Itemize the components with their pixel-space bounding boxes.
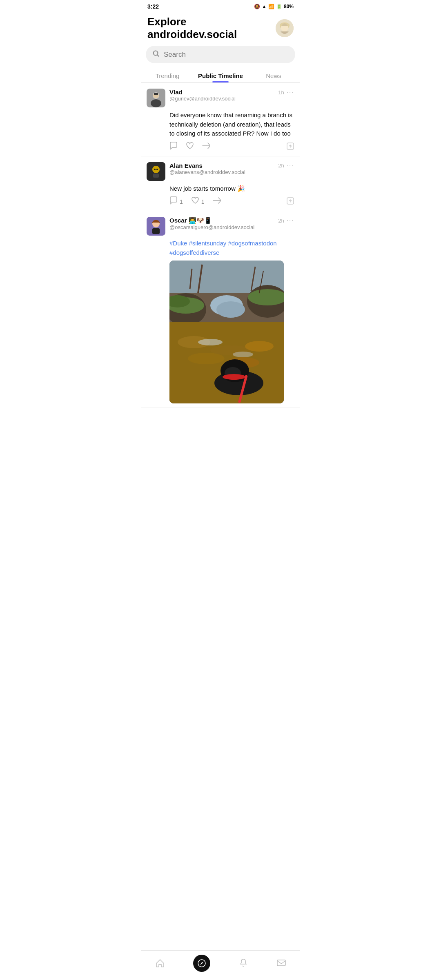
avatar-alan[interactable] <box>147 162 165 181</box>
bell-mute-icon: 🔕 <box>254 4 260 9</box>
post-vlad: Vlad @guriev@androiddev.social 1h ··· Di… <box>141 83 300 156</box>
heart-icon-alan <box>191 196 199 207</box>
svg-point-13 <box>154 169 156 170</box>
post-hashtags-oscar: #Duke #silentsunday #dogsofmastodon #dog… <box>169 239 294 257</box>
post-handle-vlad: @guriev@androiddev.social <box>169 96 274 102</box>
search-icon <box>152 50 160 59</box>
svg-rect-12 <box>154 166 158 169</box>
status-bar: 3:22 🔕 ▲ 📶 🔋 80% <box>141 0 300 11</box>
svg-point-34 <box>188 353 225 364</box>
battery-percent: 80% <box>284 4 294 9</box>
svg-rect-15 <box>153 174 159 178</box>
post-header-oscar: Oscar 👨‍💻🐶📱 @oscarsalguero@androiddev.so… <box>147 217 294 236</box>
post-meta-vlad: Vlad @guriev@androiddev.social <box>169 89 274 102</box>
status-time: 3:22 <box>147 3 159 10</box>
share-icon-alan <box>213 196 221 207</box>
share-button-alan[interactable] <box>213 196 221 207</box>
svg-line-3 <box>158 55 159 57</box>
avatar-vlad[interactable] <box>147 89 165 107</box>
svg-point-36 <box>198 339 223 345</box>
hashtag-dogsoffeddiverse[interactable]: #dogsoffeddiverse <box>169 249 219 256</box>
like-count-alan: 1 <box>201 198 205 205</box>
search-bar[interactable] <box>146 46 295 63</box>
more-options-oscar[interactable]: ··· <box>287 217 294 224</box>
share-icon <box>202 142 210 152</box>
post-handle-oscar: @oscarsalguero@androiddev.social <box>169 224 274 230</box>
svg-point-37 <box>233 352 253 357</box>
more-options-vlad[interactable]: ··· <box>287 89 294 96</box>
post-meta-oscar: Oscar 👨‍💻🐶📱 @oscarsalguero@androiddev.so… <box>169 217 274 230</box>
post-content-vlad: Did everyone know that renaming a branch… <box>169 111 294 138</box>
post-actions-vlad <box>169 142 294 152</box>
post-author-vlad: Vlad <box>169 89 274 96</box>
like-button-alan[interactable]: 1 <box>191 196 205 207</box>
wifi-icon: ▲ <box>262 4 267 9</box>
svg-point-41 <box>223 374 245 380</box>
share-button-vlad[interactable] <box>202 142 210 152</box>
post-time-vlad: 1h ··· <box>278 89 294 96</box>
status-icons: 🔕 ▲ 📶 🔋 80% <box>254 4 294 9</box>
post-header-vlad: Vlad @guriev@androiddev.social 1h ··· <box>147 89 294 107</box>
svg-point-6 <box>151 99 161 107</box>
bottom-spacer <box>141 408 300 441</box>
post-author-oscar: Oscar 👨‍💻🐶📱 <box>169 217 274 224</box>
post-author-alan: Alan Evans <box>169 162 274 169</box>
tab-trending[interactable]: Trending <box>141 68 194 82</box>
svg-point-14 <box>156 169 158 170</box>
post-time-oscar: 2h ··· <box>278 217 294 224</box>
hashtag-dogsofmastodon[interactable]: #dogsofmastodon <box>228 240 276 247</box>
tabs-container: Trending Public Timeline News <box>141 68 300 83</box>
comment-count-alan: 1 <box>180 198 183 205</box>
comment-icon <box>169 142 178 152</box>
avatar-oscar[interactable] <box>147 217 165 236</box>
like-button-vlad[interactable] <box>186 142 194 152</box>
battery-icon: 🔋 <box>276 4 282 9</box>
more-options-alan[interactable]: ··· <box>287 162 294 169</box>
svg-point-33 <box>245 341 274 352</box>
search-input[interactable] <box>164 51 289 59</box>
header: Explore androiddev.social <box>141 11 300 46</box>
comment-button-vlad[interactable] <box>169 142 178 152</box>
post-alan: Alan Evans @alanevans@androiddev.social … <box>141 156 300 212</box>
svg-rect-19 <box>152 228 160 234</box>
upload-button-alan[interactable] <box>286 197 294 206</box>
post-actions-alan: 1 1 <box>169 196 294 207</box>
post-handle-alan: @alanevans@androiddev.social <box>169 169 274 175</box>
user-avatar[interactable] <box>276 19 294 37</box>
upload-icon-alan <box>286 197 294 206</box>
svg-rect-8 <box>154 93 158 95</box>
hashtag-silentsunday[interactable]: #silentsunday <box>189 240 227 247</box>
post-oscar: Oscar 👨‍💻🐶📱 @oscarsalguero@androiddev.so… <box>141 211 300 408</box>
post-image-oscar[interactable] <box>169 261 284 403</box>
upload-icon <box>286 142 294 151</box>
comment-button-alan[interactable]: 1 <box>169 196 183 207</box>
svg-point-29 <box>216 301 245 318</box>
tab-news[interactable]: News <box>247 68 300 82</box>
page-title: Explore androiddev.social <box>147 16 276 41</box>
heart-icon <box>186 142 194 152</box>
signal-icon: 📶 <box>268 4 274 9</box>
hashtag-duke[interactable]: #Duke <box>169 240 187 247</box>
post-meta-alan: Alan Evans @alanevans@androiddev.social <box>169 162 274 175</box>
post-time-alan: 2h ··· <box>278 162 294 169</box>
post-header-alan: Alan Evans @alanevans@androiddev.social … <box>147 162 294 181</box>
upload-button-vlad[interactable] <box>286 142 294 151</box>
comment-icon-alan <box>169 196 178 207</box>
tab-public-timeline[interactable]: Public Timeline <box>194 68 247 82</box>
post-content-alan: New job starts tomorrow 🎉 <box>169 184 294 194</box>
